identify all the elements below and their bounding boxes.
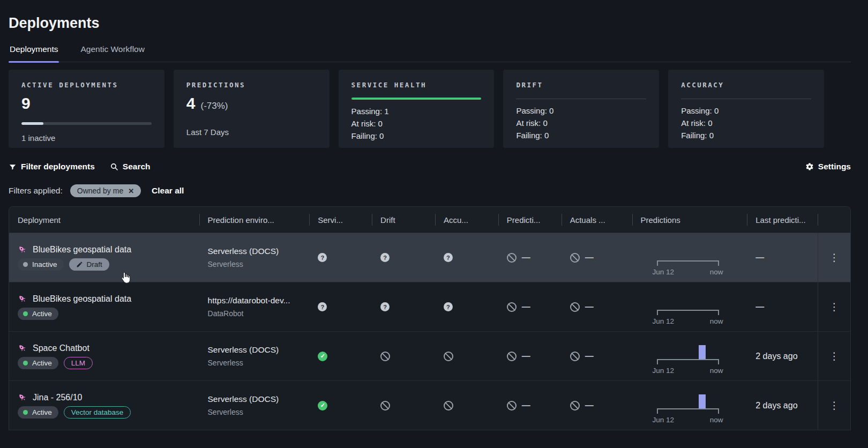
table-row[interactable]: BlueBikes geospatial dataActivehttps://d…	[9, 282, 850, 332]
prediction-environment-cell[interactable]: https://datarobot-dev...DataRobot	[199, 282, 310, 331]
clear-all-filters-button[interactable]: Clear all	[152, 186, 184, 196]
actuals-cell: —	[562, 282, 632, 331]
environment-name: Serverless (DOCS)	[208, 394, 279, 404]
last-prediction-cell: 2 days ago	[747, 332, 818, 380]
tag-draft[interactable]: Draft	[69, 258, 109, 271]
settings-button[interactable]: Settings	[805, 162, 851, 171]
prediction-environment-cell[interactable]: Serverless (DOCS)Serverless	[199, 233, 310, 282]
sparkline-end-label: now	[710, 317, 723, 325]
card-label: DRIFT	[516, 81, 646, 89]
service-cell: ?	[309, 282, 372, 331]
predictions-sparkline: Jun 12now	[653, 247, 723, 276]
filter-deployments-button[interactable]: Filter deployments	[9, 162, 95, 171]
tag-label: Vector database	[71, 408, 124, 416]
table-row[interactable]: Space ChatbotActiveLLMServerless (DOCS)S…	[9, 332, 850, 381]
card-drift[interactable]: DRIFT Passing: 0 At risk: 0 Failing: 0	[503, 70, 659, 148]
no-value-dash: —	[585, 401, 594, 410]
deployment-cell[interactable]: Jina - 256/10ActiveVector database	[9, 381, 199, 430]
tag-llm[interactable]: LLM	[64, 357, 93, 369]
health-disabled-icon	[507, 401, 517, 410]
health-disabled-icon	[380, 401, 390, 410]
column-header-predictions[interactable]: Predictions	[632, 207, 747, 233]
actuals-cell: —	[562, 381, 632, 430]
last-prediction-cell: —	[747, 233, 818, 282]
predictions-sparkline: Jun 12now	[653, 296, 723, 325]
row-menu-button[interactable]: ⋮	[829, 302, 840, 312]
deployment-cell[interactable]: BlueBikes geospatial dataInactiveDraft	[9, 233, 199, 282]
table-row[interactable]: BlueBikes geospatial dataInactiveDraftSe…	[9, 233, 850, 282]
deployment-cell[interactable]: BlueBikes geospatial dataActive	[9, 282, 199, 331]
drift-divider	[516, 99, 646, 99]
health-passing-icon: ✓	[318, 401, 327, 410]
sparkline-end-label: now	[710, 367, 723, 375]
tab-deployments[interactable]: Deployments	[9, 44, 59, 62]
card-service-health[interactable]: SERVICE HEALTH Passing: 1 At risk: 0 Fai…	[339, 70, 495, 148]
inactive-count: 1 inactive	[21, 133, 152, 143]
table-header: DeploymentPrediction enviro...Servi...Dr…	[9, 207, 850, 233]
card-predictions[interactable]: PREDICTIONS 4 (-73%) Last 7 Days	[174, 70, 330, 148]
accuracy-cell	[435, 381, 498, 430]
column-header-actions	[818, 207, 850, 233]
no-value-dash: —	[522, 401, 530, 410]
search-icon	[110, 162, 118, 171]
predictions-period: Last 7 Days	[186, 128, 317, 137]
column-header-servi[interactable]: Servi...	[309, 207, 372, 233]
card-accuracy[interactable]: ACCURACY Passing: 0 At risk: 0 Failing: …	[668, 70, 824, 148]
environment-type: Serverless	[208, 359, 243, 367]
column-header-drift[interactable]: Drift	[372, 207, 435, 233]
last-prediction-value: —	[755, 302, 764, 312]
predictions-health-cell: —	[498, 282, 562, 331]
status-badge: Active	[18, 406, 58, 419]
row-menu-button[interactable]: ⋮	[829, 252, 840, 263]
health-passing-icon: ✓	[318, 352, 327, 361]
environment-type: DataRobot	[208, 309, 244, 318]
predictions-health-cell: —	[498, 332, 562, 380]
table-row[interactable]: Jina - 256/10ActiveVector databaseServer…	[9, 381, 850, 430]
environment-name: https://datarobot-dev...	[208, 296, 290, 305]
health-unknown-icon: ?	[380, 302, 390, 311]
column-header-last-predicti[interactable]: Last predicti...	[747, 207, 818, 233]
sparkline-start-label: Jun 12	[653, 416, 675, 424]
column-header-deployment[interactable]: Deployment	[9, 207, 199, 233]
deployment-name: Space Chatbot	[33, 344, 89, 353]
predictions-health-cell: —	[498, 233, 562, 282]
status-badge: Inactive	[18, 258, 64, 271]
summary-cards: ACTIVE DEPLOYMENTS 9 1 inactive PREDICTI…	[9, 70, 824, 148]
filter-icon	[9, 163, 17, 171]
column-header-accu[interactable]: Accu...	[435, 207, 498, 233]
prediction-environment-cell[interactable]: Serverless (DOCS)Serverless	[199, 381, 310, 430]
accuracy-cell	[435, 332, 498, 380]
service-health-bar	[351, 98, 482, 100]
column-header-actuals[interactable]: Actuals ...	[562, 207, 632, 233]
predictions-count: 4	[186, 95, 196, 111]
prediction-environment-cell[interactable]: Serverless (DOCS)Serverless	[199, 332, 310, 380]
sparkline-end-label: now	[710, 416, 723, 424]
tag-vector[interactable]: Vector database	[64, 406, 131, 419]
last-prediction-value: 2 days ago	[755, 352, 797, 361]
sparkline-axis	[657, 408, 719, 414]
sparkline-end-label: now	[710, 268, 723, 276]
status-badge: Active	[18, 308, 58, 320]
page-title: Deployments	[9, 15, 868, 32]
tab-agentic-workflow[interactable]: Agentic Workflow	[79, 44, 145, 62]
card-active-deployments[interactable]: ACTIVE DEPLOYMENTS 9 1 inactive	[9, 70, 164, 148]
row-actions-cell: ⋮	[818, 233, 850, 282]
rocket-icon	[18, 245, 27, 254]
row-menu-button[interactable]: ⋮	[829, 400, 840, 410]
health-disabled-icon	[380, 352, 390, 361]
remove-filter-icon[interactable]: ✕	[128, 187, 134, 195]
health-disabled-icon	[570, 352, 580, 361]
filters-applied-row: Filters applied: Owned by me ✕ Clear all	[9, 184, 868, 197]
accuracy-cell: ?	[435, 233, 498, 282]
deployment-cell[interactable]: Space ChatbotActiveLLM	[9, 332, 199, 380]
card-label: ACCURACY	[681, 81, 811, 89]
row-menu-button[interactable]: ⋮	[829, 351, 840, 361]
drift-at-risk: At risk: 0	[516, 117, 646, 129]
filter-chip-owned-by-me[interactable]: Owned by me ✕	[70, 184, 141, 197]
search-button[interactable]: Search	[110, 162, 151, 171]
column-header-predicti[interactable]: Predicti...	[498, 207, 562, 233]
card-label: SERVICE HEALTH	[351, 81, 482, 89]
accuracy-at-risk: At risk: 0	[681, 117, 811, 129]
column-header-prediction-enviro[interactable]: Prediction enviro...	[199, 207, 310, 233]
predictions-sparkline-cell: Jun 12now	[632, 381, 747, 430]
